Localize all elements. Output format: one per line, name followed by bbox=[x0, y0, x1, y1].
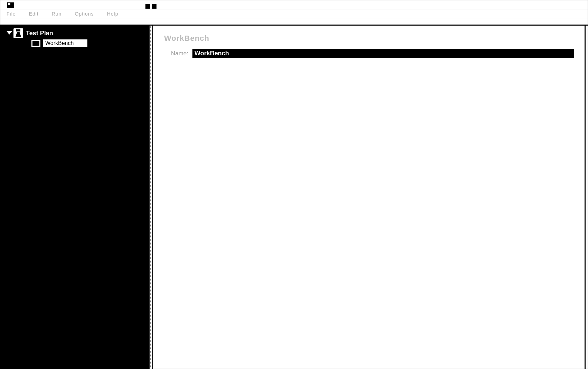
title-bar bbox=[0, 0, 588, 9]
splitter-grip-icon bbox=[150, 26, 152, 369]
name-label: Name: bbox=[164, 50, 188, 57]
name-row: Name: bbox=[164, 49, 574, 58]
tree-node-test-plan[interactable]: Test Plan bbox=[0, 26, 149, 39]
app-logo-icon bbox=[7, 2, 14, 8]
name-input[interactable] bbox=[192, 49, 574, 58]
tree-panel: Test Plan WorkBench bbox=[0, 26, 150, 369]
menu-file[interactable]: File bbox=[7, 11, 16, 17]
flask-icon bbox=[13, 28, 23, 38]
vertical-splitter[interactable] bbox=[150, 26, 152, 369]
menu-help[interactable]: Help bbox=[107, 11, 118, 17]
panel-heading: WorkBench bbox=[164, 34, 574, 43]
toolbar bbox=[0, 18, 588, 25]
menu-run[interactable]: Run bbox=[52, 11, 62, 17]
menu-edit[interactable]: Edit bbox=[29, 11, 39, 17]
titlebar-glyph-icon bbox=[145, 4, 150, 9]
menu-bar: File Edit Run Options Help bbox=[0, 9, 588, 18]
chevron-down-icon[interactable] bbox=[7, 31, 11, 35]
scrollbar-track[interactable] bbox=[585, 26, 586, 369]
tree-node-label: Test Plan bbox=[26, 30, 53, 37]
workbench-icon bbox=[31, 40, 40, 47]
main-area: Test Plan WorkBench WorkBench Name: bbox=[0, 25, 588, 369]
tree-node-workbench[interactable]: WorkBench bbox=[0, 39, 149, 48]
menu-options[interactable]: Options bbox=[75, 11, 94, 17]
tree-node-label: WorkBench bbox=[43, 39, 87, 47]
titlebar-glyph-icon bbox=[152, 4, 157, 9]
content-panel: WorkBench Name: bbox=[152, 26, 588, 369]
